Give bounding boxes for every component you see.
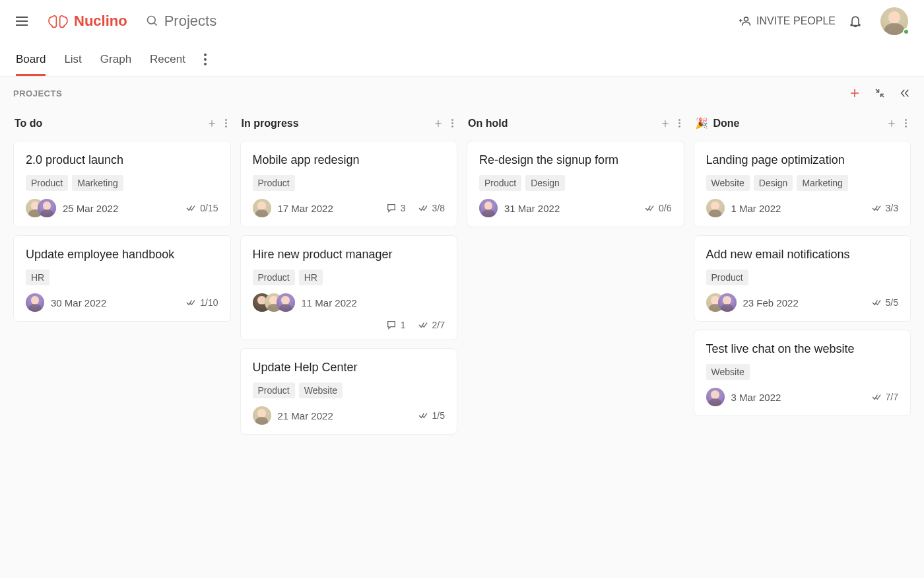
column-title[interactable]: In progress bbox=[242, 118, 428, 129]
column-title[interactable]: On hold bbox=[468, 118, 655, 129]
tag[interactable]: HR bbox=[299, 270, 323, 285]
card-tags: Website bbox=[706, 364, 899, 380]
assignee-avatars[interactable] bbox=[706, 199, 725, 217]
card-meta: 30 Mar 20221/10 bbox=[26, 293, 218, 312]
menu-toggle[interactable] bbox=[16, 13, 32, 29]
invite-people[interactable]: INVITE PEOPLE bbox=[739, 15, 836, 27]
person-add-icon bbox=[739, 15, 751, 27]
add-card-button[interactable] bbox=[849, 87, 861, 99]
topbar: Nuclino INVITE PEOPLE bbox=[0, 0, 924, 42]
tag[interactable]: Product bbox=[26, 175, 68, 191]
checklist-progress[interactable]: 1/5 bbox=[418, 410, 445, 421]
tab-recent[interactable]: Recent bbox=[150, 42, 185, 76]
tag[interactable]: HR bbox=[26, 270, 50, 285]
card-title: Update employee handbook bbox=[26, 248, 218, 262]
search-input[interactable] bbox=[164, 13, 310, 30]
tag[interactable]: Website bbox=[299, 382, 343, 398]
avatar[interactable] bbox=[706, 388, 725, 406]
board: To do2.0 product launchProductMarketing2… bbox=[0, 104, 924, 444]
tag[interactable]: Product bbox=[253, 175, 295, 191]
tag[interactable]: Product bbox=[253, 382, 295, 398]
column-more-icon[interactable] bbox=[222, 116, 230, 130]
assignee-avatars[interactable] bbox=[253, 199, 271, 217]
card-meta: 31 Mar 20220/6 bbox=[479, 199, 672, 217]
avatar[interactable] bbox=[253, 406, 271, 425]
card-meta: 21 Mar 20221/5 bbox=[253, 406, 446, 425]
card[interactable]: Landing page optimizationWebsiteDesignMa… bbox=[694, 141, 911, 227]
tab-board[interactable]: Board bbox=[16, 42, 46, 76]
checklist-progress[interactable]: 3/3 bbox=[871, 203, 898, 213]
brand-logo[interactable]: Nuclino bbox=[48, 13, 127, 30]
tag[interactable]: Design bbox=[525, 175, 565, 191]
card[interactable]: Update employee handbookHR30 Mar 20221/1… bbox=[13, 235, 231, 322]
assignee-avatars[interactable] bbox=[479, 199, 498, 217]
add-card-icon[interactable] bbox=[886, 118, 897, 129]
tag[interactable]: Marketing bbox=[797, 175, 847, 191]
tab-graph[interactable]: Graph bbox=[100, 42, 131, 76]
tag[interactable]: Website bbox=[706, 175, 750, 191]
tag[interactable]: Product bbox=[706, 270, 748, 285]
column-more-icon[interactable] bbox=[449, 116, 456, 130]
assignee-avatars[interactable] bbox=[26, 293, 44, 312]
add-card-icon[interactable] bbox=[433, 118, 444, 129]
column-title[interactable]: To do bbox=[15, 118, 201, 129]
card[interactable]: Update Help CenterProductWebsite21 Mar 2… bbox=[240, 348, 458, 435]
tag[interactable]: Marketing bbox=[72, 175, 123, 191]
tag[interactable]: Product bbox=[253, 270, 295, 285]
add-card-icon[interactable] bbox=[207, 118, 217, 129]
breadcrumb[interactable]: PROJECTS bbox=[13, 89, 62, 98]
column-title[interactable]: Done bbox=[713, 118, 882, 129]
assignee-avatars[interactable] bbox=[26, 199, 56, 217]
card[interactable]: Test live chat on the websiteWebsite3 Ma… bbox=[694, 330, 911, 416]
checklist-progress[interactable]: 2/7 bbox=[418, 320, 445, 330]
card-date: 21 Mar 2022 bbox=[278, 410, 333, 421]
comments-count[interactable]: 1 bbox=[386, 320, 406, 330]
checklist-progress[interactable]: 7/7 bbox=[871, 392, 898, 402]
avatar[interactable] bbox=[277, 293, 295, 312]
column-emoji: 🎉 bbox=[695, 117, 708, 129]
checklist-progress[interactable]: 0/15 bbox=[185, 203, 218, 213]
tabs-more[interactable] bbox=[204, 54, 207, 65]
comments-count[interactable]: 3 bbox=[386, 203, 406, 213]
collapse-icon[interactable] bbox=[874, 87, 886, 99]
card[interactable]: Re-design the signup formProductDesign31… bbox=[467, 141, 684, 227]
tag[interactable]: Design bbox=[754, 175, 793, 191]
card-title: 2.0 product launch bbox=[26, 153, 218, 167]
tab-list[interactable]: List bbox=[64, 42, 81, 76]
card[interactable]: Hire new product managerProductHR11 Mar … bbox=[240, 235, 458, 340]
checklist-progress[interactable]: 1/10 bbox=[185, 297, 218, 308]
checklist-progress[interactable]: 0/6 bbox=[644, 203, 671, 213]
card-meta-right: 5/5 bbox=[871, 297, 898, 308]
column-more-icon[interactable] bbox=[676, 116, 683, 130]
column: On holdRe-design the signup formProductD… bbox=[467, 114, 684, 435]
avatar[interactable] bbox=[38, 199, 56, 217]
chevrons-left-icon[interactable] bbox=[899, 87, 911, 99]
card-date: 3 Mar 2022 bbox=[731, 392, 781, 403]
avatar[interactable] bbox=[26, 293, 44, 312]
column-more-icon[interactable] bbox=[902, 116, 909, 130]
card[interactable]: Add new email notificationsProduct23 Feb… bbox=[694, 235, 911, 322]
assignee-avatars[interactable] bbox=[706, 293, 737, 312]
search[interactable] bbox=[146, 13, 310, 30]
assignee-avatars[interactable] bbox=[253, 293, 295, 312]
checklist-icon bbox=[871, 297, 882, 308]
notifications-icon[interactable] bbox=[849, 15, 862, 28]
avatar[interactable] bbox=[479, 199, 498, 217]
checklist-progress[interactable]: 3/8 bbox=[418, 203, 445, 213]
assignee-avatars[interactable] bbox=[706, 388, 725, 406]
card[interactable]: 2.0 product launchProductMarketing25 Mar… bbox=[13, 141, 231, 227]
avatar[interactable] bbox=[253, 199, 271, 217]
add-card-icon[interactable] bbox=[660, 118, 671, 129]
tag[interactable]: Website bbox=[706, 364, 750, 380]
card[interactable]: Mobile app redesignProduct17 Mar 202233/… bbox=[240, 141, 458, 227]
checklist-progress[interactable]: 5/5 bbox=[871, 297, 898, 308]
comment-icon bbox=[386, 203, 397, 213]
tag[interactable]: Product bbox=[479, 175, 521, 191]
user-avatar[interactable] bbox=[880, 7, 908, 35]
card-tags: Product bbox=[706, 270, 899, 285]
avatar[interactable] bbox=[706, 199, 725, 217]
assignee-avatars[interactable] bbox=[253, 406, 271, 425]
card-meta-right: 1/10 bbox=[185, 297, 218, 308]
avatar[interactable] bbox=[718, 293, 737, 312]
card-meta-right: 0/6 bbox=[644, 203, 671, 213]
